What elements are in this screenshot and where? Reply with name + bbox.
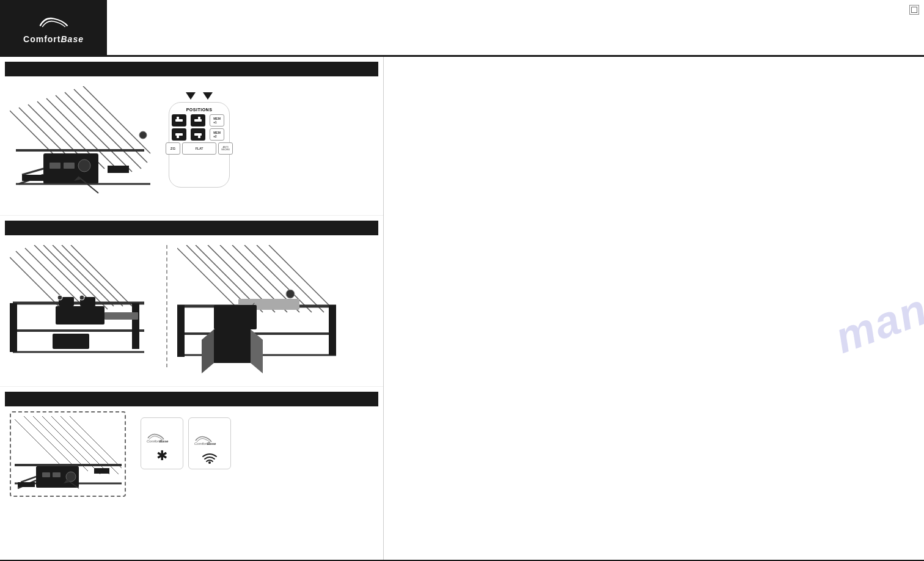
svg-marker-71 — [251, 329, 263, 373]
remote-btn-flat: FLAT — [182, 142, 216, 155]
svg-point-62 — [286, 290, 295, 298]
watermark: manuialshive.com — [812, 148, 924, 393]
remote-panel: POSITIONS — [169, 102, 230, 188]
remote-btn-1 — [172, 114, 186, 127]
svg-rect-83 — [53, 472, 61, 477]
close-icon: □ — [911, 4, 917, 15]
svg-line-37 — [10, 257, 59, 306]
section-1-content: POSITIONS — [5, 81, 378, 207]
connectivity-cards-row: Comfort Base ✱ Comf — [141, 417, 231, 469]
svg-line-74 — [33, 416, 88, 471]
svg-rect-67 — [329, 305, 336, 355]
bluetooth-logo: Comfort Base — [145, 430, 179, 444]
remote-label: POSITIONS — [186, 108, 213, 112]
svg-line-13 — [22, 169, 43, 175]
svg-rect-48 — [105, 312, 138, 320]
svg-point-95 — [208, 461, 211, 464]
bed-cable-illustration-left — [10, 245, 156, 380]
svg-line-33 — [43, 245, 108, 309]
svg-rect-24 — [194, 119, 202, 122]
svg-rect-16 — [108, 166, 129, 173]
svg-rect-65 — [214, 305, 257, 329]
brand-text: ComfortBase — [23, 34, 84, 44]
wifi-icon — [202, 450, 218, 464]
svg-rect-25 — [198, 117, 200, 119]
section-2: ✓ — [0, 216, 383, 387]
logo-icon — [35, 12, 72, 33]
remote-btn-mem1: MEM♦1 — [210, 114, 224, 127]
remote-bottom-row: ZG FLAT ANTISNORE — [166, 142, 233, 155]
svg-text:Comfort: Comfort — [194, 442, 208, 446]
section-1-header — [5, 62, 378, 76]
svg-point-46 — [79, 295, 84, 300]
svg-marker-69 — [202, 329, 214, 373]
svg-line-31 — [25, 248, 83, 306]
svg-text:Base: Base — [207, 442, 216, 446]
logo: ComfortBase — [23, 12, 84, 44]
svg-rect-22 — [175, 119, 183, 122]
svg-rect-15 — [22, 175, 46, 181]
section-3: Comfort Base ✱ Comf — [0, 387, 383, 558]
connectivity-section: Comfort Base ✱ Comf — [141, 417, 231, 469]
svg-rect-88 — [94, 468, 109, 474]
remote-btn-zg: ZG — [166, 142, 180, 155]
bed-base-illustration-1 — [10, 86, 156, 202]
svg-rect-41 — [10, 303, 17, 352]
section-2-header — [5, 221, 378, 235]
svg-rect-28 — [194, 133, 202, 136]
svg-rect-49 — [53, 334, 89, 349]
svg-rect-26 — [175, 133, 183, 136]
svg-line-6 — [83, 86, 150, 153]
section-2-content: ✓ — [5, 240, 378, 384]
svg-line-72 — [15, 419, 64, 468]
left-panel: POSITIONS — [0, 57, 384, 561]
remote-btn-2 — [191, 114, 205, 127]
section-divider — [166, 245, 167, 367]
wifi-card: Comfort Base — [188, 417, 231, 469]
section-3-content: Comfort Base ✱ Comf — [5, 411, 378, 497]
remote-btn-3 — [172, 128, 186, 141]
bed-base-illustration-2 — [15, 416, 122, 493]
svg-rect-87 — [18, 482, 35, 487]
bluetooth-card: Comfort Base ✱ — [141, 417, 183, 469]
svg-text:Base: Base — [160, 439, 169, 443]
remote-buttons-grid: MEM♦1 — [172, 114, 227, 141]
remote-btn-mem2: MEM♦2 — [210, 128, 224, 141]
bed-cable-illustration-right: ✓ — [177, 245, 336, 380]
arrow-down-1 — [186, 92, 196, 100]
svg-rect-66 — [177, 305, 185, 357]
remote-control-panel: POSITIONS — [169, 92, 230, 188]
svg-point-45 — [57, 295, 62, 300]
section-1: POSITIONS — [0, 57, 383, 216]
svg-rect-10 — [50, 163, 61, 169]
svg-rect-47 — [56, 306, 105, 324]
svg-point-21 — [139, 131, 147, 139]
svg-rect-29 — [198, 136, 200, 138]
svg-marker-70 — [214, 329, 251, 363]
svg-rect-11 — [64, 163, 75, 169]
header: ComfortBase — [0, 0, 107, 55]
svg-rect-27 — [177, 136, 179, 138]
right-panel: manuialshive.com — [384, 57, 924, 561]
section-3-header — [5, 392, 378, 406]
svg-point-12 — [78, 160, 90, 172]
svg-line-8 — [10, 111, 59, 160]
remote-btn-4 — [191, 128, 205, 141]
wifi-logo: Comfort Base — [193, 432, 227, 447]
svg-text:Comfort: Comfort — [147, 439, 160, 443]
svg-rect-42 — [132, 303, 139, 349]
watermark-text: manuialshive.com — [829, 178, 924, 363]
svg-rect-82 — [42, 472, 50, 477]
svg-rect-23 — [177, 117, 179, 119]
arrow-down-2 — [203, 92, 213, 100]
remote-btn-anti: ANTISNORE — [218, 142, 233, 155]
dashed-illustration-box — [10, 411, 126, 497]
window-close-button[interactable]: □ — [909, 5, 919, 15]
bluetooth-icon: ✱ — [156, 448, 167, 464]
